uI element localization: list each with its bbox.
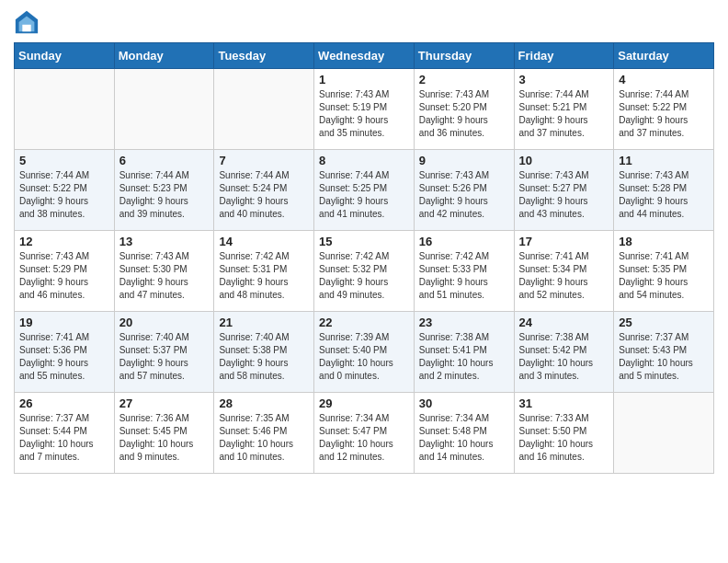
calendar-cell: 8Sunrise: 7:44 AM Sunset: 5:25 PM Daylig… <box>314 150 415 231</box>
weekday-header-row: SundayMondayTuesdayWednesdayThursdayFrid… <box>15 43 714 69</box>
day-info: Sunrise: 7:44 AM Sunset: 5:21 PM Dayligh… <box>519 88 609 140</box>
day-info: Sunrise: 7:43 AM Sunset: 5:29 PM Dayligh… <box>19 250 109 302</box>
day-info: Sunrise: 7:43 AM Sunset: 5:27 PM Dayligh… <box>519 169 609 221</box>
calendar-cell: 2Sunrise: 7:43 AM Sunset: 5:20 PM Daylig… <box>414 69 514 150</box>
calendar-cell: 9Sunrise: 7:43 AM Sunset: 5:26 PM Daylig… <box>414 150 514 231</box>
day-number: 23 <box>419 316 509 329</box>
day-info: Sunrise: 7:39 AM Sunset: 5:40 PM Dayligh… <box>319 331 409 383</box>
calendar-cell: 21Sunrise: 7:40 AM Sunset: 5:38 PM Dayli… <box>214 312 314 393</box>
day-info: Sunrise: 7:41 AM Sunset: 5:36 PM Dayligh… <box>19 331 109 383</box>
day-info: Sunrise: 7:44 AM Sunset: 5:25 PM Dayligh… <box>319 169 409 221</box>
day-number: 3 <box>519 73 609 86</box>
calendar-cell: 26Sunrise: 7:37 AM Sunset: 5:44 PM Dayli… <box>15 393 115 474</box>
calendar-cell: 25Sunrise: 7:37 AM Sunset: 5:43 PM Dayli… <box>614 312 714 393</box>
logo-icon <box>14 9 40 35</box>
day-info: Sunrise: 7:40 AM Sunset: 5:38 PM Dayligh… <box>219 331 309 383</box>
calendar-cell: 27Sunrise: 7:36 AM Sunset: 5:45 PM Dayli… <box>114 393 214 474</box>
day-info: Sunrise: 7:43 AM Sunset: 5:20 PM Dayligh… <box>419 88 509 140</box>
calendar-cell: 31Sunrise: 7:33 AM Sunset: 5:50 PM Dayli… <box>514 393 614 474</box>
day-info: Sunrise: 7:43 AM Sunset: 5:26 PM Dayligh… <box>419 169 509 221</box>
weekday-header-tuesday: Tuesday <box>214 43 314 69</box>
calendar-cell: 29Sunrise: 7:34 AM Sunset: 5:47 PM Dayli… <box>314 393 415 474</box>
calendar-cell <box>214 69 314 150</box>
day-info: Sunrise: 7:40 AM Sunset: 5:37 PM Dayligh… <box>119 331 210 383</box>
day-number: 15 <box>319 235 409 248</box>
day-info: Sunrise: 7:37 AM Sunset: 5:44 PM Dayligh… <box>19 412 109 464</box>
day-info: Sunrise: 7:36 AM Sunset: 5:45 PM Dayligh… <box>119 412 210 464</box>
calendar-cell <box>15 69 115 150</box>
calendar-cell: 22Sunrise: 7:39 AM Sunset: 5:40 PM Dayli… <box>314 312 415 393</box>
day-info: Sunrise: 7:42 AM Sunset: 5:32 PM Dayligh… <box>319 250 409 302</box>
weekday-header-sunday: Sunday <box>15 43 115 69</box>
day-number: 18 <box>619 235 709 248</box>
weekday-header-saturday: Saturday <box>614 43 714 69</box>
day-number: 24 <box>519 316 609 329</box>
day-info: Sunrise: 7:34 AM Sunset: 5:47 PM Dayligh… <box>319 412 409 464</box>
day-info: Sunrise: 7:33 AM Sunset: 5:50 PM Dayligh… <box>519 412 609 464</box>
day-number: 6 <box>119 154 210 167</box>
day-number: 5 <box>19 154 109 167</box>
calendar-cell: 6Sunrise: 7:44 AM Sunset: 5:23 PM Daylig… <box>114 150 214 231</box>
week-row-4: 19Sunrise: 7:41 AM Sunset: 5:36 PM Dayli… <box>15 312 714 393</box>
day-info: Sunrise: 7:41 AM Sunset: 5:35 PM Dayligh… <box>619 250 709 302</box>
day-number: 10 <box>519 154 609 167</box>
day-number: 11 <box>619 154 709 167</box>
day-number: 28 <box>219 396 309 410</box>
day-info: Sunrise: 7:42 AM Sunset: 5:33 PM Dayligh… <box>419 250 509 302</box>
calendar-cell: 11Sunrise: 7:43 AM Sunset: 5:28 PM Dayli… <box>614 150 714 231</box>
day-number: 1 <box>319 73 409 86</box>
week-row-2: 5Sunrise: 7:44 AM Sunset: 5:22 PM Daylig… <box>15 150 714 231</box>
calendar-cell: 12Sunrise: 7:43 AM Sunset: 5:29 PM Dayli… <box>15 231 115 312</box>
day-number: 8 <box>319 154 409 167</box>
calendar-cell: 17Sunrise: 7:41 AM Sunset: 5:34 PM Dayli… <box>514 231 614 312</box>
day-number: 7 <box>219 154 309 167</box>
day-info: Sunrise: 7:37 AM Sunset: 5:43 PM Dayligh… <box>619 331 709 383</box>
day-number: 13 <box>119 235 210 248</box>
calendar-cell: 3Sunrise: 7:44 AM Sunset: 5:21 PM Daylig… <box>514 69 614 150</box>
calendar-cell: 19Sunrise: 7:41 AM Sunset: 5:36 PM Dayli… <box>15 312 115 393</box>
calendar-cell: 7Sunrise: 7:44 AM Sunset: 5:24 PM Daylig… <box>214 150 314 231</box>
weekday-header-monday: Monday <box>114 43 214 69</box>
day-number: 19 <box>19 316 109 329</box>
day-number: 31 <box>519 396 609 410</box>
day-number: 21 <box>219 316 309 329</box>
day-info: Sunrise: 7:43 AM Sunset: 5:30 PM Dayligh… <box>119 250 210 302</box>
calendar-cell: 13Sunrise: 7:43 AM Sunset: 5:30 PM Dayli… <box>114 231 214 312</box>
week-row-3: 12Sunrise: 7:43 AM Sunset: 5:29 PM Dayli… <box>15 231 714 312</box>
day-info: Sunrise: 7:44 AM Sunset: 5:22 PM Dayligh… <box>19 169 109 221</box>
calendar-cell: 16Sunrise: 7:42 AM Sunset: 5:33 PM Dayli… <box>414 231 514 312</box>
calendar-cell: 28Sunrise: 7:35 AM Sunset: 5:46 PM Dayli… <box>214 393 314 474</box>
day-info: Sunrise: 7:38 AM Sunset: 5:41 PM Dayligh… <box>419 331 509 383</box>
calendar-cell <box>114 69 214 150</box>
day-info: Sunrise: 7:35 AM Sunset: 5:46 PM Dayligh… <box>219 412 309 464</box>
day-number: 17 <box>519 235 609 248</box>
day-number: 26 <box>19 396 109 410</box>
day-number: 16 <box>419 235 509 248</box>
calendar-cell: 15Sunrise: 7:42 AM Sunset: 5:32 PM Dayli… <box>314 231 415 312</box>
day-number: 4 <box>619 73 709 86</box>
logo <box>14 9 43 35</box>
day-info: Sunrise: 7:41 AM Sunset: 5:34 PM Dayligh… <box>519 250 609 302</box>
day-number: 2 <box>419 73 509 86</box>
page: SundayMondayTuesdayWednesdayThursdayFrid… <box>0 0 728 488</box>
header <box>14 9 714 35</box>
day-info: Sunrise: 7:34 AM Sunset: 5:48 PM Dayligh… <box>419 412 509 464</box>
day-info: Sunrise: 7:42 AM Sunset: 5:31 PM Dayligh… <box>219 250 309 302</box>
calendar-cell: 30Sunrise: 7:34 AM Sunset: 5:48 PM Dayli… <box>414 393 514 474</box>
calendar-cell: 23Sunrise: 7:38 AM Sunset: 5:41 PM Dayli… <box>414 312 514 393</box>
day-number: 12 <box>19 235 109 248</box>
day-info: Sunrise: 7:43 AM Sunset: 5:28 PM Dayligh… <box>619 169 709 221</box>
day-number: 30 <box>419 396 509 410</box>
calendar-cell: 18Sunrise: 7:41 AM Sunset: 5:35 PM Dayli… <box>614 231 714 312</box>
week-row-1: 1Sunrise: 7:43 AM Sunset: 5:19 PM Daylig… <box>15 69 714 150</box>
day-number: 9 <box>419 154 509 167</box>
calendar-cell: 10Sunrise: 7:43 AM Sunset: 5:27 PM Dayli… <box>514 150 614 231</box>
calendar-cell: 14Sunrise: 7:42 AM Sunset: 5:31 PM Dayli… <box>214 231 314 312</box>
weekday-header-friday: Friday <box>514 43 614 69</box>
day-number: 14 <box>219 235 309 248</box>
calendar-cell <box>614 393 714 474</box>
day-info: Sunrise: 7:44 AM Sunset: 5:22 PM Dayligh… <box>619 88 709 140</box>
day-info: Sunrise: 7:44 AM Sunset: 5:24 PM Dayligh… <box>219 169 309 221</box>
svg-rect-2 <box>22 25 30 31</box>
calendar-cell: 4Sunrise: 7:44 AM Sunset: 5:22 PM Daylig… <box>614 69 714 150</box>
